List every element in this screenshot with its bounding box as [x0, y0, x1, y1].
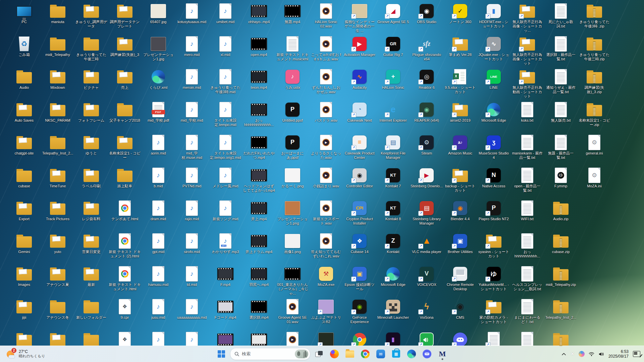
start-button[interactable]: [215, 347, 228, 361]
desktop-icon[interactable]: ♪xl.mid: [209, 34, 242, 67]
desktop-icon[interactable]: 新しいフォルダー: [74, 297, 108, 330]
desktop-icon[interactable]: Mixdown: [41, 67, 74, 100]
desktop-icon[interactable]: Export: [7, 198, 41, 231]
desktop-icon[interactable]: 父子キャンプ2018: [108, 100, 142, 133]
desktop-icon[interactable]: ▮↗: [376, 330, 410, 346]
desktop-icon[interactable]: ▶バスドラ.wav: [309, 100, 343, 133]
desktop-icon[interactable]: Fコード.mp4: [209, 297, 242, 330]
desktop-icon[interactable]: ↗ぷよぷよ™テトリス®2: [309, 297, 343, 330]
desktop-icon[interactable]: 調声用データテンプレート: [108, 1, 142, 34]
desktop-icon[interactable]: sfz↗Plogue sforzando x64: [410, 34, 443, 67]
desktop-icon[interactable]: おっ hhhhhhhhhhhhh...: [242, 100, 276, 133]
desktop-icon[interactable]: yuto: [41, 231, 74, 264]
desktop-icon[interactable]: ♪umibet.mid: [209, 1, 242, 34]
desktop-icon[interactable]: ⚒MoZA.exe: [309, 264, 343, 297]
desktop-icon[interactable]: chatgpt-site: [7, 133, 41, 166]
desktop-icon[interactable]: ▶ずんだもん_しおかぜふ.wav: [309, 67, 343, 100]
desktop-icon[interactable]: きゅうり_調声用データ: [74, 1, 108, 34]
desktop-icon[interactable]: ▶↗Steinberg Downlo...: [410, 166, 443, 198]
ime-input-button[interactable]: [631, 348, 642, 360]
desktop-icon[interactable]: くらび.xml: [142, 67, 175, 100]
desktop-icon[interactable]: ▤↗Steinberg Library Manager: [410, 198, 443, 231]
desktop-icon[interactable]: ↗Chrome Remote Desktop: [443, 264, 477, 297]
desktop-icon[interactable]: ▶↗Activation Manager: [343, 34, 376, 67]
desktop-icon[interactable]: [511, 330, 544, 346]
desktop-icon[interactable]: ▶答え知っててもむずいわこれ.wav: [309, 231, 343, 264]
desktop-icon[interactable]: ↗: [309, 330, 343, 346]
desktop-icon[interactable]: アナウンス冬: [41, 297, 74, 330]
desktop-icon[interactable]: Z↗Kontakt: [376, 231, 410, 264]
desktop-icon[interactable]: ♪aorin.mid: [142, 133, 175, 166]
desktop-icon[interactable]: ▶新規エクスポート.wav: [309, 198, 343, 231]
desktop-icon[interactable]: 羽尻へ.mp4: [242, 264, 276, 297]
desktop-icon[interactable]: a♪↗Amazon Music: [443, 133, 477, 166]
desktop-icon[interactable]: P↗Piapro Studio NT2: [477, 198, 511, 231]
taskbar-mail-button[interactable]: ✉: [374, 347, 387, 361]
desktop-icon[interactable]: 画像1.png: [276, 231, 309, 264]
desktop-icon[interactable]: teion.mp4: [242, 67, 276, 100]
desktop-icon[interactable]: ♪: [175, 330, 209, 346]
desktop-icon[interactable]: ヘルスコンプレッション__歌詞.txt: [511, 264, 544, 297]
desktop-icon[interactable]: テンポあて.html: [108, 198, 142, 231]
taskbar-firefox-button[interactable]: [328, 347, 341, 361]
desktop-icon[interactable]: GR↗Guitar Rig 7: [376, 34, 410, 67]
desktop-icon[interactable]: V↗VOICEVOX: [410, 264, 443, 297]
desktop-icon[interactable]: 最新: [74, 264, 108, 297]
desktop-icon[interactable]: ↗Microsoft Edge: [477, 100, 511, 133]
desktop-icon[interactable]: きゅうり食ってた午後三時.zip: [578, 34, 611, 67]
desktop-icon[interactable]: 無題.mp4: [276, 1, 309, 34]
desktop-icon[interactable]: ▤↗Keepforest File Manager: [376, 133, 410, 166]
desktop-icon[interactable]: PUntitled.ppsf: [276, 100, 309, 133]
desktop-icon[interactable]: ♪mero.mid: [175, 34, 209, 67]
desktop-icon[interactable]: ◉↗Controller Editor: [343, 166, 376, 198]
desktop-icon[interactable]: PDFmid_学校.pdf: [142, 100, 175, 133]
desktop-icon[interactable]: ▲↗VLC media player: [410, 231, 443, 264]
desktop-icon[interactable]: ◉↗Blender 4.4: [443, 198, 477, 231]
desktop-icon[interactable]: CPI↗Crypton Product Installer: [343, 198, 376, 231]
desktop-icon[interactable]: 通知うぜえ - 親作品一覧.txt: [544, 67, 578, 100]
desktop-icon[interactable]: ↗airset2-2019: [443, 100, 477, 133]
desktop-icon[interactable]: きゅうり食ってた午後3時 .zip: [578, 1, 611, 34]
desktop-icon[interactable]: Audio.zip: [544, 198, 578, 231]
desktop-icon[interactable]: 無人販売.txt: [544, 100, 578, 133]
desktop-icon[interactable]: ↗Microsoft Edge: [376, 264, 410, 297]
desktop-icon[interactable]: ❖9.cpr: [108, 297, 142, 330]
desktop-icon[interactable]: manisekarin - 親作品一覧.txt: [511, 133, 544, 166]
desktop-icon[interactable]: ♪meroin.mid: [175, 67, 209, 100]
desktop-icon[interactable]: ↗Minecraft Launcher: [376, 297, 410, 330]
desktop-icon[interactable]: フォトフレーム: [74, 100, 108, 133]
desktop-icon[interactable]: open.mp4: [242, 34, 276, 67]
desktop-icon[interactable]: 死にたい_ゅ歌詞.txt: [544, 1, 578, 34]
desktop-icon[interactable]: Gemini: [7, 231, 41, 264]
desktop-icon[interactable]: ♪タイトル未設定.tempo.mid: [209, 100, 242, 133]
desktop-icon[interactable]: ♪hamusu.mid: [142, 264, 175, 297]
desktop-icon[interactable]: F.mp4: [209, 264, 242, 297]
desktop-icon[interactable]: レジ袋有料: [74, 198, 108, 231]
desktop-icon[interactable]: ↗: [443, 330, 477, 346]
desktop-icon[interactable]: ⚙MoZA.ini: [578, 166, 611, 198]
tray-clock[interactable]: 6:53 2025/08/17: [606, 348, 631, 360]
taskbar-store-button[interactable]: ▦: [389, 347, 403, 361]
desktop-icon[interactable]: TimeTune: [41, 166, 74, 198]
desktop-icon[interactable]: cubase: [7, 166, 41, 198]
desktop-icon[interactable]: ▶Groove Agent SE 01.wav: [276, 297, 309, 330]
desktop-icon[interactable]: ❖↗Cubase 14: [343, 231, 376, 264]
desktop-icon[interactable]: jijii: [7, 297, 41, 330]
taskbar-m-app-button[interactable]: M: [436, 347, 449, 361]
taskbar-explorer-button[interactable]: [343, 347, 357, 361]
desktop-icon[interactable]: ↗孤独なインディーゲーム開発者の一生 ...: [343, 1, 376, 34]
desktop-icon[interactable]: ♪新規ソング.mid: [209, 198, 242, 231]
desktop-icon[interactable]: ♪MP3わかりやす.mp3: [209, 231, 242, 264]
desktop-icon[interactable]: 路上駐車: [108, 166, 142, 198]
desktop-icon[interactable]: 名称未設定1 - コピー.zip: [578, 100, 611, 133]
desktop-icon[interactable]: ▶小銭詰まり.wav: [309, 166, 343, 198]
desktop-icon[interactable]: ▶こってゅh dすお f d s b ふぉ.wav: [309, 34, 343, 67]
desktop-icon[interactable]: ↗無人販売不正行為画像 - ショートカット: [511, 34, 544, 67]
desktop-icon[interactable]: [41, 330, 74, 346]
desktop-icon[interactable]: きゅうり食ってた午後三時: [74, 34, 108, 67]
desktop-icon[interactable]: ♪メドレー風.mid: [209, 166, 242, 198]
desktop-icon[interactable]: ▶よりうるさくなった.wav: [309, 133, 343, 166]
desktop-icon[interactable]: ▶: [276, 330, 309, 346]
desktop-icon[interactable]: ↗無人販売不正行為動画 - ショートカット: [511, 67, 544, 100]
desktop-icon[interactable]: ▣↗Brother Utilities: [443, 231, 477, 264]
